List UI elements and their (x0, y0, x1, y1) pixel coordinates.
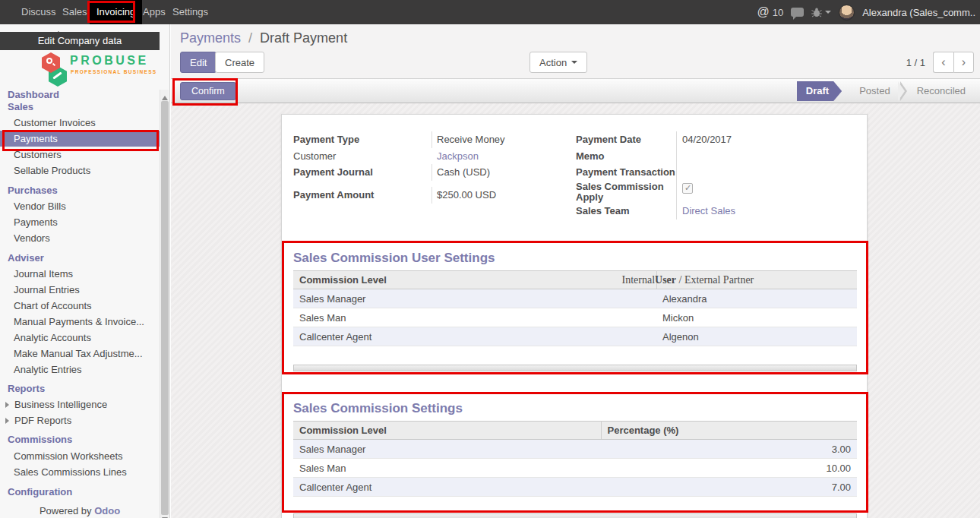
sidebar-item-vendor-bills[interactable]: Vendor Bills (0, 198, 160, 214)
table-row[interactable]: Callcenter Agent Algenon (293, 327, 857, 346)
sidebar-item-dashboard[interactable]: Dashboard (0, 89, 160, 101)
sidebar-item-vendors[interactable]: Vendors (0, 230, 160, 246)
commission-level-cell: Sales Man (293, 459, 601, 478)
action-label: Action (539, 57, 567, 68)
user-settings-table: Commission Level InternalUser / External… (293, 270, 857, 346)
messages-icon[interactable] (791, 8, 804, 17)
odoo-link[interactable]: Odoo (94, 505, 120, 516)
table-header-row: Commission Level Percentage (%) (293, 422, 857, 440)
main-scroll-area: Payment Type Receive Money Customer Jack… (171, 103, 980, 518)
status-draft[interactable]: Draft (797, 81, 842, 101)
payment-type-value: Receive Money (432, 131, 576, 148)
breadcrumb-payments[interactable]: Payments (180, 30, 241, 46)
sales-team-link[interactable]: Direct Sales (676, 203, 857, 220)
create-button[interactable]: Create (215, 52, 264, 73)
sidebar-item-make-manual-tax[interactable]: Make Manual Tax Adjustme... (0, 346, 160, 362)
sidebar-section-commissions[interactable]: Commissions (0, 434, 160, 446)
mention-counter[interactable]: @ 10 (757, 5, 783, 19)
sidebar-item-chart-of-accounts[interactable]: Chart of Accounts (0, 298, 160, 314)
sidebar-item-commission-worksheets[interactable]: Commission Worksheets (0, 448, 160, 464)
payment-date-label: Payment Date (576, 131, 676, 148)
commission-level-cell: Callcenter Agent (293, 327, 656, 346)
sidebar-section-adviser[interactable]: Adviser (0, 252, 160, 264)
commission-level-cell: Callcenter Agent (293, 478, 601, 497)
sales-commission-apply-checkbox[interactable] (682, 183, 693, 194)
sidebar: Edit Company data PROBUSE PROFESSIONAL B… (0, 24, 170, 518)
sidebar-item-sellable-products[interactable]: Sellable Products (0, 163, 160, 178)
status-posted[interactable]: Posted (849, 81, 899, 101)
memo-label: Memo (576, 148, 676, 164)
column-header-percentage[interactable]: Percentage (%) (601, 422, 857, 440)
memo-value (676, 148, 857, 164)
payment-form: Payment Type Receive Money Customer Jack… (293, 131, 857, 220)
scroll-up-icon[interactable] (162, 93, 168, 100)
avatar[interactable] (839, 5, 855, 21)
debug-menu[interactable] (811, 8, 831, 17)
percentage-cell: 10.00 (601, 459, 857, 478)
scrollbar-thumb[interactable] (161, 101, 169, 515)
sidebar-menu: Dashboard Sales Customer Invoices Paymen… (0, 89, 160, 498)
sidebar-item-customers[interactable]: Customers (0, 147, 160, 163)
payment-journal-label: Payment Journal (293, 164, 432, 181)
sidebar-item-manual-payments[interactable]: Manual Payments & Invoice... (0, 314, 160, 330)
sidebar-item-sales-commissions-lines[interactable]: Sales Commissions Lines (0, 464, 160, 480)
pager-next-button[interactable]: › (953, 52, 974, 73)
edit-button[interactable]: Edit (180, 52, 217, 73)
status-reconciled[interactable]: Reconciled (907, 81, 975, 101)
sidebar-item-customer-invoices[interactable]: Customer Invoices (0, 115, 160, 131)
table-row[interactable]: Callcenter Agent 7.00 (293, 478, 857, 497)
table-header-row: Commission Level InternalUser / External… (293, 271, 857, 289)
payment-amount-value: $250.00 USD (432, 187, 576, 204)
sidebar-item-analytic-accounts[interactable]: Analytic Accounts (0, 330, 160, 346)
confirm-button[interactable]: Confirm (180, 82, 236, 100)
top-navbar: Discuss Sales Invoicing Apps Settings @ … (0, 0, 980, 24)
chevron-separator-icon (900, 81, 907, 101)
user-cell: Alexandra (656, 289, 857, 308)
table-row[interactable]: Sales Manager Alexandra (293, 289, 857, 308)
table-row[interactable]: Sales Man Mickon (293, 308, 857, 327)
chevron-down-icon (825, 11, 831, 14)
sidebar-section-sales[interactable]: Sales (0, 101, 160, 113)
nav-discuss[interactable]: Discuss (17, 0, 61, 24)
logo-title: PROBUSE (70, 54, 149, 68)
expand-arrow-icon[interactable] (5, 418, 12, 424)
expand-arrow-icon[interactable] (5, 402, 12, 408)
user-menu[interactable]: Alexandra (Sales_comm.. (862, 7, 975, 18)
customer-link[interactable]: Jackpson (432, 148, 576, 164)
company-logo[interactable]: PROBUSE PROFESSIONAL BUSINESS (0, 50, 160, 90)
sidebar-item-analytic-entries[interactable]: Analytic Entries (0, 362, 160, 377)
user-settings-title: Sales Commission User Settings (293, 251, 495, 266)
payment-date-value: 04/20/2017 (676, 131, 857, 148)
sidebar-item-journal-entries[interactable]: Journal Entries (0, 282, 160, 298)
column-header-commission-level[interactable]: Commission Level (293, 271, 656, 289)
sidebar-item-payments-sales[interactable]: Payments (0, 131, 160, 147)
commission-level-cell: Sales Manager (293, 440, 601, 459)
nav-apps[interactable]: Apps (138, 0, 170, 24)
breadcrumb-current: Draft Payment (260, 30, 347, 46)
column-header-commission-level[interactable]: Commission Level (293, 422, 601, 440)
sidebar-section-purchases[interactable]: Purchases (0, 185, 160, 197)
edit-company-button[interactable]: Edit Company data (0, 32, 160, 50)
nav-settings[interactable]: Settings (168, 0, 213, 24)
nav-sales[interactable]: Sales (58, 0, 92, 24)
control-panel: Payments / Draft Payment Edit Create Act… (171, 24, 980, 78)
table-footer-strip (293, 513, 857, 518)
sidebar-section-configuration[interactable]: Configuration (0, 486, 160, 498)
table-footer-strip (293, 365, 857, 371)
breadcrumb: Payments / Draft Payment (180, 30, 347, 46)
column-header-internal-user[interactable]: InternalUser / External Partner (656, 271, 857, 289)
table-row[interactable]: Sales Man 10.00 (293, 459, 857, 478)
screen: Discuss Sales Invoicing Apps Settings @ … (0, 0, 980, 518)
sidebar-scrollbar[interactable] (160, 90, 169, 518)
sidebar-item-payments-purchases[interactable]: Payments (0, 214, 160, 230)
sidebar-item-business-intelligence[interactable]: Business Intelligence (0, 396, 160, 412)
sidebar-item-pdf-reports[interactable]: PDF Reports (0, 412, 160, 428)
sidebar-item-journal-items[interactable]: Journal Items (0, 266, 160, 282)
table-row[interactable]: Sales Manager 3.00 (293, 440, 857, 459)
action-dropdown[interactable]: Action (530, 52, 587, 73)
sidebar-section-reports[interactable]: Reports (0, 383, 160, 395)
pager-prev-button[interactable]: ‹ (933, 52, 953, 73)
user-cell: Mickon (656, 308, 857, 327)
nav-invoicing[interactable]: Invoicing (90, 0, 142, 24)
payment-journal-value: Cash (USD) (432, 164, 576, 181)
